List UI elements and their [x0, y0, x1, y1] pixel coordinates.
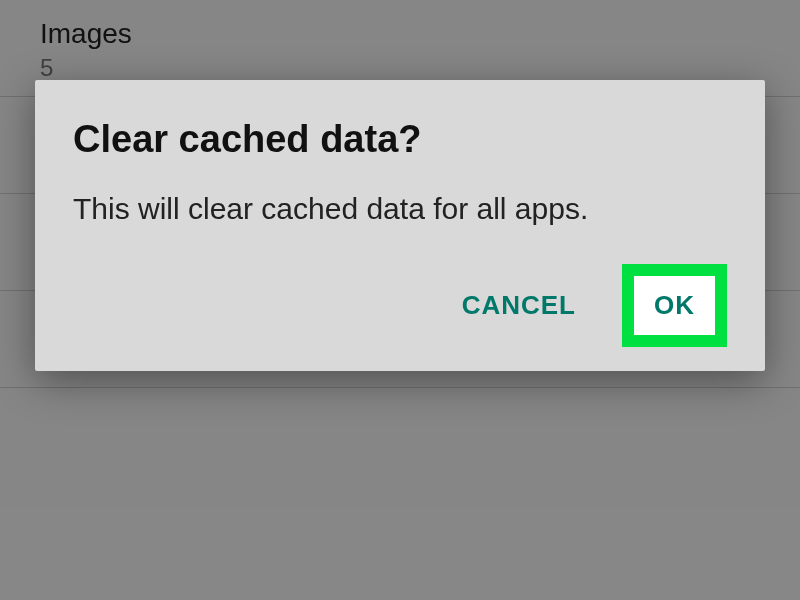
ok-inner-box: OK	[634, 276, 715, 335]
dialog-actions: CANCEL OK	[73, 264, 727, 347]
ok-button[interactable]: OK	[654, 290, 695, 321]
dialog-title: Clear cached data?	[73, 118, 727, 161]
ok-highlight-box: OK	[622, 264, 727, 347]
cancel-button[interactable]: CANCEL	[456, 282, 582, 329]
clear-cache-dialog: Clear cached data? This will clear cache…	[35, 80, 765, 371]
dialog-message: This will clear cached data for all apps…	[73, 189, 727, 230]
